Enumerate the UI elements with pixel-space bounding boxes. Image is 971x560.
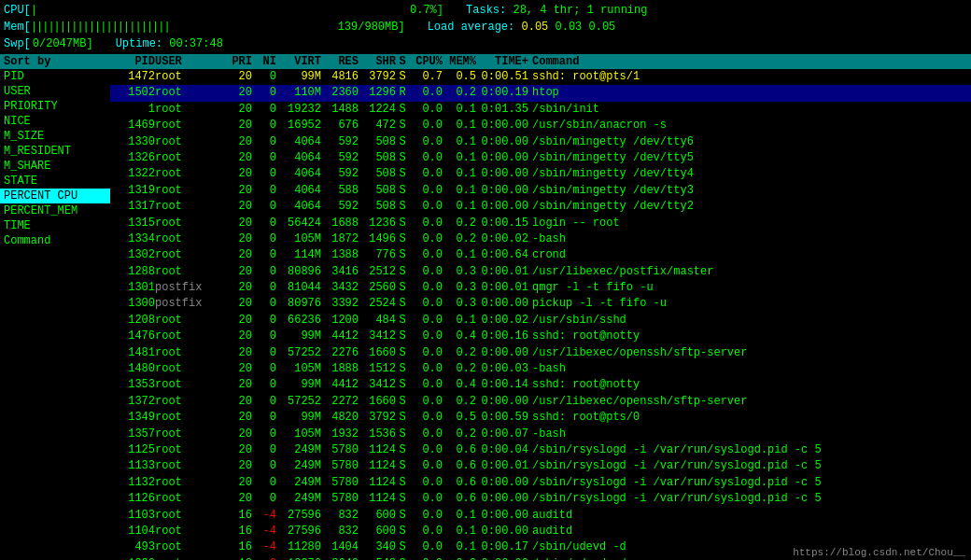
sort-state[interactable]: STATE <box>0 174 110 189</box>
table-row[interactable]: 1357 root 20 0 105M 1932 1536 S 0.0 0.2 … <box>110 427 971 442</box>
shr: 548 <box>359 556 396 560</box>
res: 1388 <box>321 247 359 263</box>
pri: 20 <box>222 442 252 458</box>
cmd: /sbin/init <box>528 102 969 118</box>
res: 2272 <box>321 394 359 410</box>
pri: 16 <box>222 524 252 539</box>
pid: 1103 <box>112 508 155 524</box>
cmd: /sbin/mingetty /dev/tty2 <box>528 199 969 215</box>
time: 0:00.19 <box>476 85 528 101</box>
table-row[interactable]: 1132 root 20 0 249M 5780 1124 S 0.0 0.6 … <box>110 475 971 491</box>
pid: 1326 <box>112 150 155 166</box>
sort-priority[interactable]: PRIORITY <box>0 99 110 114</box>
sort-nice[interactable]: NICE <box>0 114 110 129</box>
res: 3392 <box>321 296 359 312</box>
mem: 0.1 <box>443 199 476 215</box>
res: 4816 <box>321 69 359 85</box>
virt: 105M <box>276 361 321 377</box>
time: 0:00.16 <box>476 329 528 344</box>
virt: 57252 <box>276 345 321 361</box>
col-header-cpu: CPU% <box>409 55 443 68</box>
pri: 18 <box>222 556 252 560</box>
table-row[interactable]: 1125 root 20 0 249M 5780 1124 S 0.0 0.6 … <box>110 442 971 458</box>
state: S <box>396 410 409 426</box>
sort-menu: Sort by PID USER PRIORITY NICE M_SIZE M_… <box>0 54 110 560</box>
table-row[interactable]: 1 root 20 0 19232 1488 1224 S 0.0 0.1 0:… <box>110 102 971 118</box>
pri: 20 <box>222 329 252 344</box>
virt: 105M <box>276 231 321 247</box>
virt: 249M <box>276 475 321 491</box>
cpu: 0.0 <box>409 199 443 215</box>
time: 0:00.02 <box>476 313 528 329</box>
table-row[interactable]: 1502 root 20 0 110M 2360 1296 R 0.0 0.2 … <box>110 85 971 101</box>
table-row[interactable]: 1472 root 20 0 99M 4816 3792 S 0.7 0.5 0… <box>110 69 971 85</box>
cpu: 0.0 <box>409 329 443 344</box>
table-row[interactable]: 1480 root 20 0 105M 1888 1512 S 0.0 0.2 … <box>110 361 971 377</box>
ni: 0 <box>252 231 276 247</box>
sort-command[interactable]: Command <box>0 233 110 248</box>
table-row[interactable]: 1319 root 20 0 4064 588 508 S 0.0 0.1 0:… <box>110 183 971 199</box>
table-row[interactable]: 1372 root 20 0 57252 2272 1660 S 0.0 0.2… <box>110 394 971 410</box>
time: 0:00.03 <box>476 361 528 377</box>
mem: 0.1 <box>443 313 476 329</box>
table-row[interactable]: 1103 root 16 -4 27596 832 600 S 0.0 0.1 … <box>110 508 971 524</box>
ni: 0 <box>252 427 276 442</box>
pri: 20 <box>222 247 252 263</box>
table-row[interactable]: 1469 root 20 0 16952 676 472 S 0.0 0.1 0… <box>110 118 971 133</box>
cpu: 0.0 <box>409 394 443 410</box>
table-row[interactable]: 1300 postfix 20 0 80976 3392 2524 S 0.0 … <box>110 296 971 312</box>
table-row[interactable]: 1126 root 20 0 249M 5780 1124 S 0.0 0.6 … <box>110 491 971 507</box>
res: 2360 <box>321 85 359 101</box>
time: 0:00.07 <box>476 427 528 442</box>
table-row[interactable]: 1317 root 20 0 4064 592 508 S 0.0 0.1 0:… <box>110 199 971 215</box>
pri: 20 <box>222 345 252 361</box>
virt: 249M <box>276 491 321 507</box>
sort-user[interactable]: USER <box>0 84 110 99</box>
table-row[interactable]: 1104 root 16 -4 27596 832 600 S 0.0 0.1 … <box>110 524 971 539</box>
table-row[interactable]: 1301 postfix 20 0 81044 3432 2560 S 0.0 … <box>110 280 971 296</box>
mem: 0.1 <box>443 118 476 133</box>
table-row[interactable]: 1349 root 20 0 99M 4820 3792 S 0.0 0.5 0… <box>110 410 971 426</box>
sort-percent-cpu[interactable]: PERCENT CPU <box>0 189 110 203</box>
cpu: 0.0 <box>409 264 443 280</box>
state: S <box>396 524 409 539</box>
ni: 0 <box>252 199 276 215</box>
table-row[interactable]: 1315 root 20 0 56424 1688 1236 S 0.0 0.2… <box>110 216 971 231</box>
res: 4412 <box>321 377 359 393</box>
table-row[interactable]: 1481 root 20 0 57252 2276 1660 S 0.0 0.2… <box>110 345 971 361</box>
table-row[interactable]: 1133 root 20 0 249M 5780 1124 S 0.0 0.6 … <box>110 458 971 474</box>
state: S <box>396 377 409 393</box>
mem: 0.3 <box>443 280 476 296</box>
sort-time[interactable]: TIME <box>0 218 110 233</box>
cpu: 0.0 <box>409 296 443 312</box>
sort-menu-header: Sort by <box>0 54 110 69</box>
table-row[interactable]: 1353 root 20 0 99M 4412 3412 S 0.0 0.4 0… <box>110 377 971 393</box>
virt: 19232 <box>276 102 321 118</box>
table-row[interactable]: 1334 root 20 0 105M 1872 1496 S 0.0 0.2 … <box>110 231 971 247</box>
shr: 340 <box>359 539 396 555</box>
cpu: 0.0 <box>409 475 443 491</box>
table-row[interactable]: 1288 root 20 0 80896 3416 2512 S 0.0 0.3… <box>110 264 971 280</box>
process-table: PID USER PRI NI VIRT RES SHR S CPU% MEM%… <box>110 54 971 560</box>
table-row[interactable]: 1330 root 20 0 4064 592 508 S 0.0 0.1 0:… <box>110 134 971 150</box>
sort-percent-mem[interactable]: PERCENT_MEM <box>0 203 110 218</box>
shr: 1536 <box>359 427 396 442</box>
sort-msize[interactable]: M_SIZE <box>0 129 110 144</box>
table-row[interactable]: 1302 root 20 0 114M 1388 776 S 0.0 0.1 0… <box>110 247 971 263</box>
sort-mshare[interactable]: M_SHARE <box>0 159 110 174</box>
pid: 1349 <box>112 410 155 426</box>
user: postfix <box>155 296 222 312</box>
sort-mresident[interactable]: M_RESIDENT <box>0 144 110 159</box>
state: S <box>396 394 409 410</box>
time: 0:00.00 <box>476 524 528 539</box>
time: 0:00.00 <box>476 296 528 312</box>
sort-pid[interactable]: PID <box>0 69 110 84</box>
col-header-shr: SHR <box>359 55 396 68</box>
table-row[interactable]: 1326 root 20 0 4064 592 508 S 0.0 0.1 0:… <box>110 150 971 166</box>
table-row[interactable]: 1476 root 20 0 99M 4412 3412 S 0.0 0.4 0… <box>110 329 971 344</box>
virt: 57252 <box>276 394 321 410</box>
pid: 1357 <box>112 427 155 442</box>
table-row[interactable]: 1322 root 20 0 4064 592 508 S 0.0 0.1 0:… <box>110 166 971 182</box>
table-row[interactable]: 1208 root 20 0 66236 1200 484 S 0.0 0.1 … <box>110 313 971 329</box>
shr: 1124 <box>359 475 396 491</box>
